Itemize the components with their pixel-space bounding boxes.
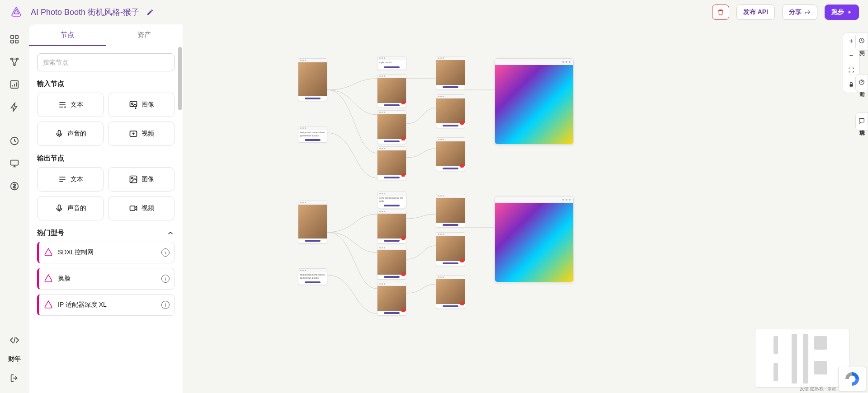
share-label: 分享 [789, 8, 802, 16]
svg-rect-18 [130, 206, 135, 211]
output-node[interactable] [495, 196, 574, 282]
flow-node[interactable] [377, 246, 406, 280]
svg-rect-22 [859, 118, 864, 122]
flow-node[interactable] [377, 146, 406, 180]
model-face-swap[interactable]: 换脸 i [37, 268, 175, 290]
request-feature-widget[interactable]: 请求功能 [855, 112, 868, 131]
input-video-button[interactable]: 视频 [108, 122, 175, 146]
docs-widget[interactable]: 文档 [855, 33, 868, 51]
svg-point-12 [131, 103, 132, 104]
tab-assets[interactable]: 资产 [106, 24, 183, 46]
edit-title-icon[interactable] [146, 9, 154, 16]
flow-icon[interactable] [9, 56, 20, 68]
section-output-nodes: 输出节点 [37, 154, 175, 163]
share-button[interactable]: 分享 [782, 5, 817, 20]
svg-rect-1 [15, 36, 18, 38]
fit-view-button[interactable] [845, 64, 858, 76]
image-icon [129, 100, 138, 109]
flow-node[interactable] [436, 275, 465, 309]
delete-button[interactable] [712, 5, 729, 20]
bolt-icon[interactable] [9, 101, 20, 113]
trash-icon [717, 9, 724, 16]
flow-node[interactable] [377, 210, 406, 243]
flow-node[interactable] [298, 58, 327, 101]
fy-label[interactable]: 财年 [8, 355, 21, 363]
svg-point-5 [17, 58, 19, 60]
chart-icon[interactable] [9, 79, 20, 90]
clock-icon[interactable] [9, 135, 20, 147]
svg-point-6 [14, 64, 15, 66]
svg-rect-17 [58, 205, 60, 210]
svg-rect-3 [15, 40, 18, 43]
model-logo-icon [43, 248, 53, 257]
flow-node[interactable] [298, 201, 327, 243]
clock-icon [859, 37, 865, 44]
search-input[interactable] [37, 53, 175, 71]
project-title: AI Photo Booth 街机风格-猴子 [31, 7, 139, 18]
publish-api-button[interactable]: 发布 API [736, 5, 775, 20]
flow-node[interactable] [436, 232, 465, 266]
run-button[interactable]: 跑步 [825, 5, 859, 20]
model-ip-adapter-depth-xl[interactable]: IP 适配器深度 XL i [37, 294, 175, 316]
help-widget[interactable]: 帮助 [855, 74, 868, 92]
flow-node[interactable] [436, 56, 465, 90]
chat-icon [859, 117, 865, 124]
model-logo-icon [43, 300, 53, 310]
topbar: AI Photo Booth 街机风格-猴子 发布 API 分享 跑步 [0, 0, 868, 24]
monitor-icon[interactable] [9, 158, 20, 169]
flow-node[interactable] [436, 137, 465, 171]
dollar-icon[interactable] [9, 180, 20, 192]
app-logo[interactable] [9, 5, 24, 19]
recaptcha-badge[interactable] [838, 367, 866, 391]
input-audio-button[interactable]: 声音的 [37, 122, 104, 146]
svg-rect-13 [58, 131, 60, 135]
mic-icon [55, 129, 64, 138]
output-audio-button[interactable]: 声音的 [37, 196, 104, 220]
flow-node[interactable]: text prompt content lines go here for di… [298, 126, 327, 143]
sidepanel-tabs: 节点 资产 [29, 24, 183, 46]
flow-node[interactable]: text prompt content lines go here for di… [298, 268, 327, 285]
svg-rect-2 [11, 40, 14, 43]
sidepanel-scrollbar[interactable] [178, 47, 182, 110]
output-video-button[interactable]: 视频 [108, 196, 175, 220]
model-logo-icon [43, 274, 53, 284]
run-label: 跑步 [831, 8, 844, 16]
output-image-button[interactable]: 图像 [108, 167, 175, 192]
svg-rect-9 [11, 160, 19, 165]
model-sdxl-controlnet[interactable]: SDXL控制网 i [37, 242, 175, 263]
side-panel: 节点 资产 输入节点 文本 图像 声音的 视频 输出节点 文本 图像 声音的 视… [29, 24, 183, 393]
flow-node[interactable]: style prompt text for this node [377, 192, 406, 208]
code-icon[interactable] [9, 334, 20, 346]
recaptcha-icon [844, 371, 860, 387]
chevron-up-icon [166, 229, 175, 237]
video-plus-icon [129, 129, 138, 138]
flow-node[interactable] [377, 74, 406, 108]
info-icon[interactable]: i [161, 301, 170, 309]
output-node[interactable] [495, 58, 574, 145]
input-text-button[interactable]: 文本 [37, 93, 104, 117]
text-icon [58, 100, 67, 109]
svg-point-16 [131, 178, 132, 179]
zoom-out-button[interactable]: − [845, 49, 858, 62]
info-icon[interactable]: i [161, 248, 170, 257]
flow-node[interactable] [377, 282, 406, 316]
svg-point-4 [11, 58, 13, 60]
info-icon[interactable]: i [161, 275, 170, 283]
section-popular-models[interactable]: 热门型号 [37, 229, 175, 237]
feedback-text[interactable]: 反馈 隐私权 · 条款 [800, 386, 836, 392]
flow-node[interactable]: style prompt [377, 56, 406, 70]
logout-icon[interactable] [9, 372, 20, 384]
tab-nodes[interactable]: 节点 [29, 24, 106, 46]
left-rail: 财年 [0, 24, 29, 393]
svg-rect-0 [11, 36, 14, 38]
input-image-button[interactable]: 图像 [108, 93, 175, 117]
question-icon [859, 79, 865, 85]
output-text-button[interactable]: 文本 [37, 167, 104, 192]
share-icon [804, 9, 811, 15]
minimap[interactable] [755, 329, 850, 388]
flow-node[interactable] [377, 110, 406, 144]
apps-icon[interactable] [9, 33, 20, 45]
flow-node[interactable] [436, 94, 465, 128]
flow-node[interactable] [436, 194, 465, 228]
canvas[interactable]: text prompt content lines go here for di… [183, 24, 868, 393]
